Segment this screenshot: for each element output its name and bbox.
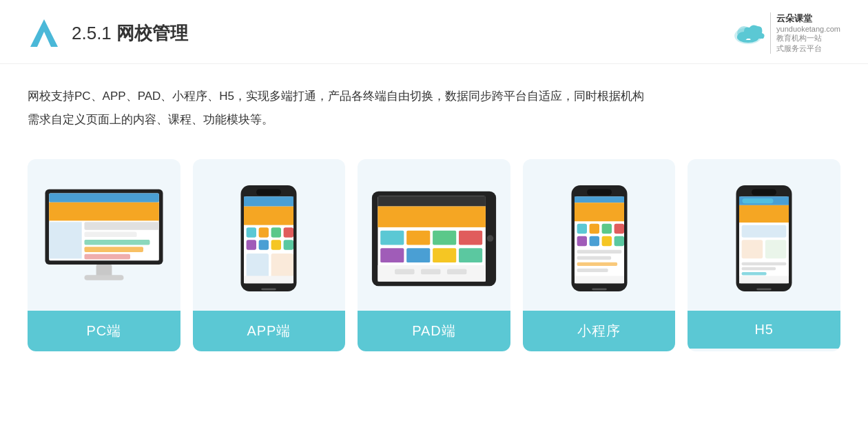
brand-text: 云朵课堂 yunduoketang.com 教育机构一站 式服务云平台 [770, 12, 840, 54]
svg-rect-31 [284, 240, 293, 249]
miniapp-image-area [523, 159, 676, 311]
page-container: 2.5.1 网校管理 ☁ 云朵课堂 yunduoketang.com [0, 0, 868, 434]
pc-image-area [28, 159, 180, 311]
svg-rect-33 [271, 254, 293, 280]
h5-card: H5 [688, 159, 840, 351]
title-prefix: 2.5.1 [72, 23, 116, 43]
svg-rect-35 [262, 288, 277, 290]
svg-rect-47 [433, 248, 456, 262]
svg-rect-57 [575, 203, 624, 221]
cards-section: PC端 [0, 138, 868, 379]
svg-rect-15 [84, 247, 143, 252]
miniapp-card: 小程序 [523, 159, 676, 351]
brand-name: 云朵课堂 [776, 12, 840, 25]
svg-rect-52 [447, 269, 466, 274]
pc-device-icon [39, 186, 169, 291]
pc-card: PC端 [28, 159, 180, 351]
svg-rect-12 [84, 222, 158, 229]
svg-rect-44 [459, 230, 482, 245]
svg-rect-25 [259, 227, 269, 237]
svg-rect-11 [49, 222, 82, 258]
svg-rect-62 [577, 236, 586, 246]
svg-rect-66 [577, 250, 621, 254]
brand-slogan: 教育机构一站 式服务云平台 [776, 33, 840, 54]
svg-rect-26 [271, 227, 281, 237]
svg-rect-64 [601, 236, 611, 246]
brand-logo: ☁ 云朵课堂 yunduoketang.com 教育机构一站 式服务云平台 [732, 12, 840, 54]
svg-rect-48 [459, 248, 482, 262]
svg-rect-84 [739, 276, 789, 283]
svg-rect-9 [49, 193, 159, 202]
svg-rect-18 [84, 275, 123, 280]
svg-rect-82 [742, 267, 776, 271]
svg-rect-54 [587, 189, 612, 195]
pad-label: PAD端 [358, 311, 510, 351]
page-title: 2.5.1 网校管理 [72, 21, 188, 45]
svg-rect-20 [256, 189, 281, 195]
svg-rect-67 [577, 256, 611, 260]
svg-rect-41 [380, 230, 404, 245]
svg-point-37 [487, 235, 493, 241]
svg-rect-79 [742, 240, 763, 258]
svg-rect-71 [592, 288, 607, 290]
svg-rect-51 [421, 269, 440, 274]
svg-rect-23 [244, 207, 293, 225]
svg-rect-45 [380, 248, 404, 262]
svg-rect-24 [247, 227, 256, 237]
svg-rect-77 [739, 205, 789, 223]
h5-image-area [688, 159, 840, 311]
svg-rect-32 [247, 254, 269, 280]
svg-rect-76 [743, 198, 774, 203]
brand-url: yunduoketang.com [776, 25, 840, 33]
title-main: 网校管理 [116, 23, 188, 43]
svg-rect-61 [614, 224, 623, 234]
svg-rect-56 [575, 196, 624, 203]
svg-rect-10 [49, 203, 159, 221]
svg-rect-13 [84, 232, 136, 238]
desc-line1: 网校支持PC、APP、PAD、小程序、H5，实现多端打通，产品各终端自由切换，数… [28, 90, 644, 103]
svg-rect-14 [84, 240, 149, 245]
svg-rect-39 [378, 196, 485, 206]
svg-rect-83 [742, 272, 767, 276]
app-device-icon [238, 184, 300, 293]
h5-label: H5 [688, 311, 840, 349]
svg-rect-65 [614, 236, 623, 246]
svg-rect-22 [244, 196, 293, 206]
logo-icon [28, 17, 61, 50]
svg-rect-50 [395, 269, 414, 274]
svg-rect-63 [589, 236, 599, 246]
pc-label: PC端 [28, 311, 180, 351]
app-label: APP端 [193, 311, 346, 351]
miniapp-label: 小程序 [523, 311, 676, 351]
svg-rect-59 [589, 224, 599, 234]
svg-rect-80 [765, 240, 787, 258]
header-right: ☁ 云朵课堂 yunduoketang.com 教育机构一站 式服务云平台 [732, 12, 840, 54]
pad-card: PAD端 [358, 159, 510, 351]
svg-rect-58 [577, 224, 586, 234]
header: 2.5.1 网校管理 ☁ 云朵课堂 yunduoketang.com [0, 0, 868, 64]
svg-rect-17 [96, 265, 112, 276]
svg-rect-16 [84, 254, 130, 260]
desc-line2: 需求自定义页面上的内容、课程、功能模块等。 [28, 113, 273, 126]
svg-rect-85 [756, 288, 772, 290]
svg-rect-70 [575, 276, 624, 283]
svg-rect-43 [433, 230, 456, 245]
svg-rect-30 [271, 240, 281, 249]
svg-rect-60 [601, 224, 611, 234]
h5-device-icon [733, 184, 795, 293]
app-card: APP端 [193, 159, 346, 351]
svg-rect-81 [742, 262, 787, 266]
svg-rect-40 [378, 206, 485, 227]
cloud-icon: ☁ [732, 19, 765, 47]
description-section: 网校支持PC、APP、PAD、小程序、H5，实现多端打通，产品各终端自由切换，数… [0, 64, 868, 138]
pad-device-icon [369, 188, 499, 289]
app-image-area [193, 159, 346, 311]
svg-rect-69 [577, 269, 608, 272]
pad-image-area [358, 159, 510, 311]
svg-rect-34 [244, 276, 293, 283]
svg-rect-27 [284, 227, 293, 237]
description-text: 网校支持PC、APP、PAD、小程序、H5，实现多端打通，产品各终端自由切换，数… [28, 85, 840, 132]
svg-rect-73 [752, 189, 776, 195]
svg-rect-28 [247, 240, 256, 249]
svg-rect-78 [742, 225, 787, 238]
